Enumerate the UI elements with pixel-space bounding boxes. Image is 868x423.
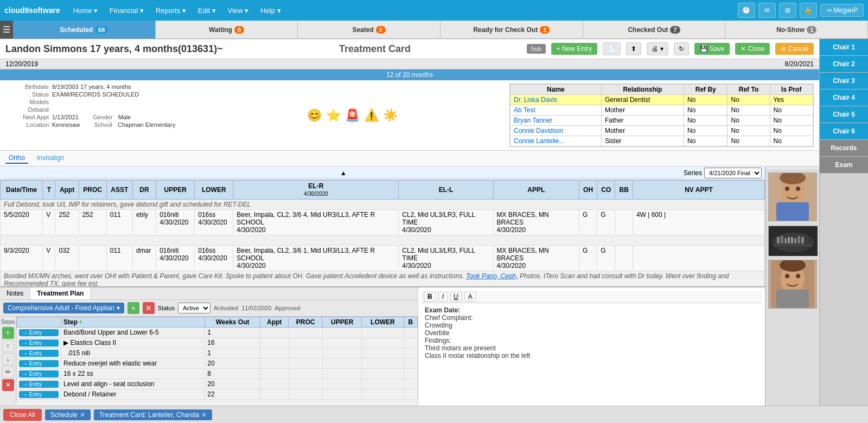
close-button[interactable]: ✕ Close — [735, 43, 770, 55]
move-step-down-button[interactable]: ↓ — [2, 353, 14, 365]
new-entry-button[interactable]: + New Entry — [551, 43, 598, 55]
italic-button[interactable]: I — [438, 292, 448, 302]
grid-icon[interactable]: ⊞ — [779, 3, 796, 18]
table-row[interactable]: 5/5/2020 V 252 252 011 ebly 016niti4/30/… — [1, 210, 765, 235]
steps-add-icon[interactable]: + — [79, 318, 82, 326]
nav-home[interactable]: Home ▾ — [68, 4, 103, 17]
step-entry-button-6[interactable]: → Entry — [19, 381, 59, 388]
step-entry-button-2[interactable]: → Entry — [19, 339, 59, 347]
step-entry-button-4[interactable]: → Entry — [19, 360, 59, 367]
tab-ready[interactable]: Ready for Check Out 1 — [441, 21, 583, 39]
tab-no-show[interactable]: No-Show 1 — [725, 21, 868, 39]
contact-row[interactable]: Bryan Tanner Father No No No — [510, 116, 813, 126]
delete-step-button[interactable]: ✕ — [2, 379, 14, 391]
tab-notes[interactable]: Notes — [0, 287, 30, 299]
scroll-up-btn[interactable]: ▲ — [3, 168, 684, 178]
step-b-5 — [404, 369, 417, 379]
clock-icon[interactable]: 🕐 — [738, 3, 755, 18]
chair-2[interactable]: Chair 2 — [820, 56, 868, 73]
bold-button[interactable]: B — [424, 292, 436, 302]
records-room[interactable]: Records — [820, 140, 868, 157]
patient-side-photo[interactable] — [768, 260, 817, 309]
hamburger-menu[interactable]: ☰ — [0, 21, 13, 39]
series-dropdown[interactable]: 4/21/2020 Final — [704, 168, 762, 178]
finding-1: Third molars are present — [425, 344, 758, 352]
exam-room[interactable]: Exam — [820, 157, 868, 174]
col-datetime: Date/Time — [1, 181, 43, 200]
step-entry-button-1[interactable]: → Entry — [19, 329, 59, 336]
contact-row[interactable]: Ab Test Mother No No No — [510, 105, 813, 116]
text-color-button[interactable]: A — [464, 292, 476, 302]
step-upper-1 — [323, 328, 362, 338]
underline-button[interactable]: U — [450, 292, 462, 302]
step-entry-button-3[interactable]: → Entry — [19, 350, 59, 357]
chair-4[interactable]: Chair 4 — [820, 89, 868, 106]
taskbar-schedule-tab[interactable]: Schedule ✕ — [45, 409, 91, 420]
print-dropdown-button[interactable]: 🖨 ▾ — [647, 42, 668, 55]
tab-ortho[interactable]: Ortho — [5, 153, 28, 164]
tx-delete-button[interactable]: ✕ — [143, 302, 155, 314]
taskbar-schedule-close-icon[interactable]: ✕ — [80, 411, 85, 419]
taskbar-treatment-card-close-icon[interactable]: ✕ — [201, 411, 207, 419]
cell-appl: MX BRACES, MN BRACES4/30/2020 — [493, 246, 579, 271]
nav-help[interactable]: Help ▾ — [255, 4, 286, 17]
step-entry-button-5[interactable]: → Entry — [19, 370, 59, 377]
step-proc-7 — [289, 389, 323, 400]
tab-scheduled[interactable]: Scheduled 68 — [13, 21, 156, 39]
nav-reports[interactable]: Reports ▾ — [150, 4, 192, 17]
save-button[interactable]: 💾 Save — [694, 43, 730, 55]
happy-emoji[interactable]: 😊 — [307, 108, 322, 123]
hub-button[interactable]: hub — [527, 44, 545, 54]
cell-date: 5/5/2020 — [1, 210, 43, 235]
contacts-table: Name Relationship Ref By Ref To Is Prof … — [509, 84, 814, 147]
chair-5[interactable]: Chair 5 — [820, 106, 868, 123]
contact-row[interactable]: Connie Lantelie... Sister No No No — [510, 136, 813, 146]
step-weeks-3: 1 — [205, 348, 260, 358]
steps-col-upper: UPPER — [323, 317, 362, 328]
tx-status-dropdown[interactable]: Active — [178, 303, 210, 313]
document-icon-button[interactable]: 📄 — [603, 42, 621, 55]
findings-label: Findings: — [425, 337, 758, 344]
note-row — [1, 235, 765, 246]
move-step-up-button[interactable]: ↑ — [2, 340, 14, 352]
user-menu[interactable]: ⇒ MeganP — [820, 4, 864, 17]
steps-container: Steps + ↑ ↓ ✏ ✕ — [0, 317, 418, 406]
contact-row[interactable]: Connie Davidson Mother No No No — [510, 126, 813, 136]
step-weeks-2: 16 — [205, 338, 260, 348]
warning-emoji[interactable]: ⚠️ — [364, 108, 379, 123]
tab-invisalign[interactable]: Invisalign — [34, 153, 67, 164]
nav-view[interactable]: View ▾ — [222, 4, 254, 17]
close-all-button[interactable]: Close All — [3, 409, 42, 421]
tx-plan-dropdown[interactable]: Comprehensive Adult - Fixed Applian ▾ — [3, 303, 124, 313]
chair-1[interactable]: Chair 1 — [820, 39, 868, 56]
tab-seated[interactable]: Seated 0 — [298, 21, 441, 39]
chair-6[interactable]: Chair 6 — [820, 123, 868, 140]
step-name-7: Debond / Retainer — [61, 389, 205, 400]
sun-emoji[interactable]: ☀️ — [383, 108, 398, 123]
photos-panel — [765, 166, 819, 406]
chair-3[interactable]: Chair 3 — [820, 73, 868, 89]
patient-xray-photo[interactable] — [768, 226, 817, 255]
contact-row[interactable]: Dr. Liska Davis General Dentist No No Ye… — [510, 95, 813, 105]
step-entry-button-7[interactable]: → Entry — [19, 391, 59, 398]
cancel-button[interactable]: ⊘ Cancel — [775, 43, 814, 55]
share-icon-button[interactable]: ⬆ — [626, 42, 641, 55]
nav-edit[interactable]: Edit ▾ — [193, 4, 221, 17]
add-step-button[interactable]: + — [2, 327, 14, 339]
tab-waiting[interactable]: Waiting 0 — [156, 21, 298, 39]
contact-refby: No — [684, 95, 727, 105]
nav-financial[interactable]: Financial ▾ — [104, 4, 149, 17]
mail-icon[interactable]: ✉ — [758, 3, 776, 18]
alert-emoji[interactable]: 🚨 — [345, 108, 360, 123]
lock-icon[interactable]: 🔒 — [800, 3, 817, 18]
table-row[interactable]: 9/3/2020 V 032 011 dmar 016niti4/30/2020… — [1, 246, 765, 271]
taskbar-treatment-card-tab[interactable]: Treatment Card: Lantelier, Chanda ✕ — [94, 409, 212, 420]
star-emoji[interactable]: ⭐ — [326, 108, 341, 123]
contact-relationship: Mother — [601, 126, 684, 136]
tx-add-button[interactable]: + — [127, 302, 139, 314]
tab-treatment-plan[interactable]: Treatment Plan — [30, 287, 91, 299]
edit-step-button[interactable]: ✏ — [2, 366, 14, 378]
patient-face-photo[interactable] — [768, 172, 817, 221]
tab-checked-out[interactable]: Checked Out 7 — [583, 21, 726, 39]
refresh-button[interactable]: ↻ — [674, 42, 689, 55]
